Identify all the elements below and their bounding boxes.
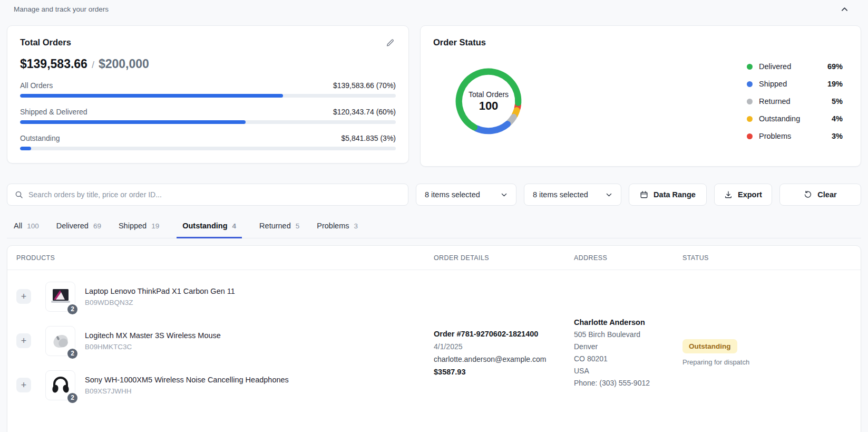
progress-row-outstanding: Outstanding $5,841.835 (3%) (20, 134, 396, 150)
address-country: USA (574, 367, 682, 375)
filter-dropdown-1-value: 8 items selected (425, 190, 480, 199)
tab-shipped[interactable]: Shipped 19 (119, 217, 159, 238)
legend-row-problems: Problems 3% (747, 132, 843, 140)
order-row: + 2 Laptop Lenovo ThinkPad X1 Carbon Gen… (7, 270, 861, 432)
column-header-details: ORDER DETAILS (434, 254, 574, 262)
status-tabs: All 100 Delivered 69 Shipped 19 Outstand… (7, 217, 861, 238)
progress-label: All Orders (20, 81, 53, 90)
legend-label: Delivered (759, 62, 791, 71)
tab-label: All (14, 222, 22, 230)
status-badge: Outstanding (682, 339, 737, 353)
tab-count: 4 (232, 222, 237, 230)
orders-amount-line: $139,583.66 / $200,000 (20, 57, 396, 71)
edit-target-button[interactable] (385, 37, 396, 49)
order-status-title: Order Status (433, 37, 848, 47)
progress-value: $120,343.74 (60%) (333, 108, 396, 116)
tab-problems[interactable]: Problems 3 (317, 217, 358, 238)
tab-count: 69 (93, 222, 101, 230)
column-header-address: ADDRESS (574, 254, 682, 262)
product-thumbnail: 2 (45, 282, 75, 312)
tab-count: 19 (151, 222, 159, 230)
address-phone: Phone: (303) 555-9012 (574, 379, 682, 387)
customer-name: Charlotte Anderson (574, 318, 682, 327)
total-orders-card: Total Orders $139,583.66 / $200,000 All … (7, 25, 409, 164)
address-cell: Charlotte Anderson 505 Birch Boulevard D… (574, 274, 682, 431)
legend-dot (747, 133, 753, 139)
filter-dropdown-1[interactable]: 8 items selected (416, 184, 516, 206)
expand-product-button[interactable]: + (16, 289, 31, 304)
filter-dropdown-2[interactable]: 8 items selected (524, 184, 621, 206)
donut-center-value: 100 (479, 99, 499, 113)
orders-table-header: PRODUCTS ORDER DETAILS ADDRESS STATUS (7, 246, 861, 270)
progress-fill (20, 120, 246, 124)
tab-label: Shipped (119, 222, 147, 230)
legend-percent: 5% (832, 97, 843, 105)
search-box[interactable] (7, 184, 408, 206)
tab-label: Problems (317, 222, 349, 230)
orders-toolbar: 8 items selected 8 items selected Data R… (7, 184, 861, 206)
product-sku: B09XS7JWHH (85, 387, 289, 395)
address-line1: 505 Birch Boulevard (574, 330, 682, 339)
filter-dropdown-2-value: 8 items selected (533, 190, 588, 199)
tab-count: 100 (27, 222, 39, 230)
tab-count: 5 (296, 222, 300, 230)
address-city: Denver (574, 342, 682, 351)
legend-label: Returned (759, 97, 791, 105)
page-subtitle: Manage and track your orders (14, 5, 109, 13)
tab-label: Returned (259, 222, 291, 230)
product-title: Laptop Lenovo ThinkPad X1 Carbon Gen 11 (85, 287, 235, 295)
amount-target: $200,000 (99, 57, 149, 71)
total-orders-title: Total Orders (20, 37, 71, 47)
progress-fill (20, 94, 283, 98)
legend-row-shipped: Shipped 19% (747, 80, 843, 88)
order-date: 4/1/2025 (434, 342, 574, 351)
product-sku: B09HMKTC3C (85, 343, 221, 351)
progress-value: $139,583.66 (70%) (333, 81, 396, 90)
product-title: Sony WH-1000XM5 Wireless Noise Cancellin… (85, 376, 289, 384)
calendar-icon (640, 190, 648, 199)
legend-row-outstanding: Outstanding 4% (747, 114, 843, 123)
status-legend: Delivered 69% Shipped 19% Returned 5% (747, 62, 843, 140)
order-details-cell: Order #781-9270602-1821400 4/1/2025 char… (434, 274, 574, 431)
tab-all[interactable]: All 100 (14, 217, 39, 238)
order-total: $3587.93 (434, 368, 574, 376)
legend-label: Problems (759, 132, 791, 140)
quantity-badge: 2 (66, 392, 79, 404)
collapse-button[interactable] (838, 3, 851, 15)
chevron-down-icon (501, 191, 508, 198)
legend-percent: 3% (832, 132, 843, 140)
legend-row-returned: Returned 5% (747, 97, 843, 105)
legend-percent: 4% (832, 114, 843, 123)
expand-product-button[interactable]: + (16, 333, 31, 348)
product-item-headphones: + 2 Sony WH-1000XM5 Wireless Noise Cance… (16, 363, 434, 407)
legend-dot (747, 64, 753, 70)
progress-row-all-orders: All Orders $139,583.66 (70%) (20, 81, 396, 98)
export-button[interactable]: Export (714, 184, 772, 206)
clear-label: Clear (817, 190, 836, 199)
chevron-up-icon (841, 5, 849, 13)
order-status-card: Order Status Total Orders 100 Delivered … (420, 25, 861, 167)
date-range-label: Data Range (654, 190, 696, 199)
expand-product-button[interactable]: + (16, 378, 31, 392)
address-region: CO 80201 (574, 354, 682, 363)
tab-delivered[interactable]: Delivered 69 (56, 217, 101, 238)
tab-returned[interactable]: Returned 5 (259, 217, 299, 238)
summary-cards: Total Orders $139,583.66 / $200,000 All … (7, 25, 861, 167)
legend-label: Outstanding (759, 114, 800, 123)
pencil-icon (386, 39, 395, 47)
quantity-badge: 2 (66, 303, 79, 315)
tab-label: Delivered (56, 222, 89, 230)
search-input[interactable] (28, 190, 401, 199)
amount-current: $139,583.66 (20, 57, 87, 71)
clear-button[interactable]: Clear (779, 184, 861, 206)
product-thumbnail: 2 (45, 370, 75, 400)
product-thumbnail: 2 (45, 326, 75, 356)
tab-outstanding[interactable]: Outstanding 4 (177, 217, 242, 238)
progress-value: $5,841.835 (3%) (341, 134, 396, 142)
search-icon (15, 190, 23, 199)
chevron-down-icon (606, 191, 612, 198)
legend-row-delivered: Delivered 69% (747, 62, 843, 71)
order-status-donut-chart: Total Orders 100 (449, 62, 528, 141)
legend-dot (747, 99, 753, 104)
date-range-button[interactable]: Data Range (629, 184, 707, 206)
